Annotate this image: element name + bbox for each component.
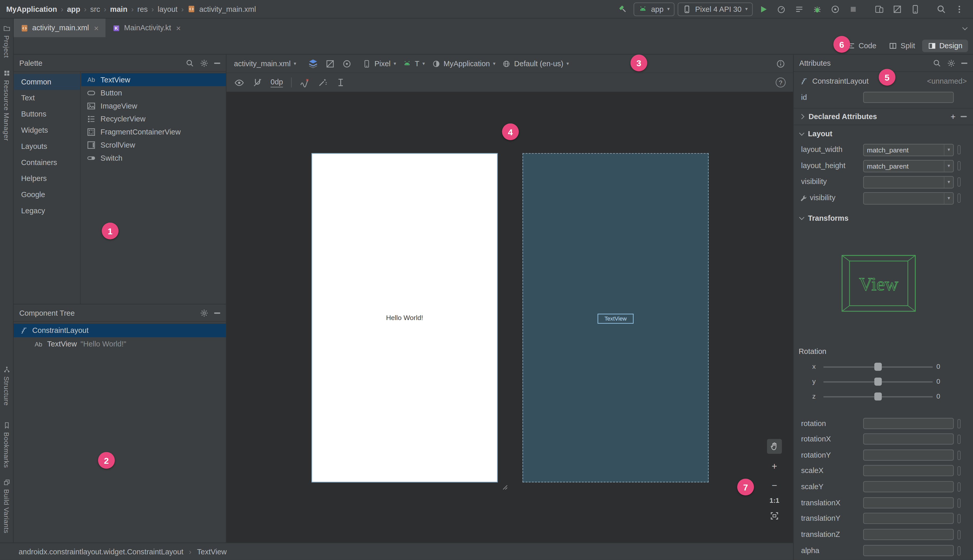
resource-flag[interactable] xyxy=(958,482,961,492)
declared-attributes-row[interactable]: Declared Attributes + xyxy=(794,109,973,124)
profile-button[interactable] xyxy=(774,2,789,17)
rotation-x-slider[interactable] xyxy=(824,367,933,368)
stop-button[interactable] xyxy=(846,2,861,17)
tool-window-build-variants[interactable]: Build Variants xyxy=(0,478,13,533)
resource-flag[interactable] xyxy=(958,161,961,170)
autoconnect-button[interactable] xyxy=(252,78,262,88)
clear-constraints-button[interactable] xyxy=(300,78,310,88)
hide-panel-icon[interactable] xyxy=(961,62,967,63)
palette-item-fragmentcontainerview[interactable]: FragmentContainerView xyxy=(81,125,226,138)
run-button[interactable] xyxy=(756,2,771,17)
layout-inspector-button[interactable] xyxy=(890,2,904,17)
resource-flag[interactable] xyxy=(958,466,961,475)
locale-select[interactable]: Default (en-us) ▾ xyxy=(502,59,569,68)
default-margin-select[interactable]: 0dp xyxy=(271,78,283,88)
translationX-input[interactable] xyxy=(863,497,954,508)
layout-file-select[interactable]: activity_main.xml ▾ xyxy=(234,59,296,68)
resize-handle[interactable] xyxy=(500,482,509,491)
ui-mode-button[interactable] xyxy=(342,58,352,68)
breadcrumb-file[interactable]: activity_main.xml xyxy=(199,5,256,13)
run-config-select[interactable]: app ▾ xyxy=(634,2,675,16)
profiler-button[interactable] xyxy=(828,2,843,17)
api-version-select[interactable]: T ▾ xyxy=(403,59,425,68)
scaleY-input[interactable] xyxy=(863,481,954,492)
mode-design-button[interactable]: Design xyxy=(922,39,968,52)
resource-flag[interactable] xyxy=(958,419,961,428)
breadcrumb-app[interactable]: app xyxy=(67,5,80,13)
debug-button[interactable] xyxy=(810,2,825,17)
palette-item-imageview[interactable]: ImageView xyxy=(81,99,226,112)
palette-item-textview[interactable]: Ab TextView xyxy=(81,73,226,86)
tool-window-resource-manager[interactable]: Resource Manager xyxy=(0,70,13,141)
design-surface-select-button[interactable] xyxy=(308,58,319,69)
resource-flag[interactable] xyxy=(958,145,961,154)
rotationX-input[interactable] xyxy=(863,433,954,445)
running-devices-button[interactable] xyxy=(908,2,923,17)
translationY-input[interactable] xyxy=(863,513,954,524)
palette-settings-button[interactable] xyxy=(200,58,209,67)
component-tree-settings-button[interactable] xyxy=(200,308,209,317)
slider-thumb[interactable] xyxy=(874,392,882,400)
palette-item-button[interactable]: Button xyxy=(81,86,226,99)
status-breadcrumb-root[interactable]: androidx.constraintlayout.widget.Constra… xyxy=(18,547,183,556)
tree-row-textview[interactable]: Ab TextView "Hello World!" xyxy=(13,337,226,351)
palette-category-containers[interactable]: Containers xyxy=(13,155,80,171)
breadcrumb-layout[interactable]: layout xyxy=(158,5,177,13)
pack-align-button[interactable] xyxy=(336,78,346,88)
slider-thumb[interactable] xyxy=(874,363,882,371)
palette-item-scrollview[interactable]: ScrollView xyxy=(81,138,226,152)
palette-item-switch[interactable]: Switch xyxy=(81,151,226,164)
add-attribute-button[interactable]: + xyxy=(951,112,956,122)
zoom-out-button[interactable]: − xyxy=(767,477,782,492)
attributes-settings-button[interactable] xyxy=(947,58,956,67)
zoom-to-fit-button[interactable] xyxy=(767,508,782,523)
tools-visibility-select[interactable]: ▾ xyxy=(863,192,954,205)
slider-thumb[interactable] xyxy=(874,378,882,385)
id-input[interactable] xyxy=(863,92,954,103)
layout-section-header[interactable]: Layout xyxy=(794,127,973,142)
transforms-section-header[interactable]: Transforms xyxy=(794,211,973,226)
close-icon[interactable]: × xyxy=(94,23,99,33)
infer-constraints-button[interactable] xyxy=(318,78,328,88)
resource-flag[interactable] xyxy=(958,435,961,444)
design-surface[interactable]: Hello World! xyxy=(312,153,498,482)
palette-category-google[interactable]: Google xyxy=(13,187,80,203)
resource-flag[interactable] xyxy=(958,177,961,187)
hidden-tabs-icon[interactable] xyxy=(962,25,967,30)
tab-activity-main-xml[interactable]: activity_main.xml × xyxy=(13,18,105,37)
attributes-search-button[interactable] xyxy=(933,58,941,67)
design-canvas[interactable]: Hello World! TextView + − 1:1 xyxy=(227,92,793,543)
resource-flag[interactable] xyxy=(958,530,961,540)
zoom-in-button[interactable]: + xyxy=(767,458,782,473)
palette-category-legacy[interactable]: Legacy xyxy=(13,203,80,219)
tool-window-structure[interactable]: Structure xyxy=(0,366,13,405)
more-actions-button[interactable] xyxy=(952,2,967,17)
rotation-z-slider[interactable] xyxy=(824,396,933,398)
palette-category-widgets[interactable]: Widgets xyxy=(13,122,80,138)
hide-panel-icon[interactable] xyxy=(214,312,220,313)
palette-category-layouts[interactable]: Layouts xyxy=(13,138,80,155)
pan-button[interactable] xyxy=(767,439,782,454)
close-icon[interactable]: × xyxy=(176,23,181,33)
visibility-select[interactable]: ▾ xyxy=(863,176,954,188)
resource-flag[interactable] xyxy=(958,514,961,523)
search-everywhere-button[interactable] xyxy=(934,2,949,17)
breadcrumb-main[interactable]: main xyxy=(110,5,127,13)
breadcrumb-res[interactable]: res xyxy=(137,5,148,13)
device-manager-button[interactable] xyxy=(872,2,887,17)
resource-flag[interactable] xyxy=(958,498,961,508)
tree-row-constraintlayout[interactable]: ConstraintLayout xyxy=(13,323,226,337)
help-button[interactable]: ? xyxy=(776,78,786,88)
palette-search-button[interactable] xyxy=(186,58,194,67)
breadcrumb-project[interactable]: MyApplication xyxy=(6,5,57,13)
layout-height-select[interactable]: match_parent ▾ xyxy=(863,160,954,172)
hello-world-text[interactable]: Hello World! xyxy=(312,313,497,321)
breadcrumb-src[interactable]: src xyxy=(90,5,100,13)
zoom-reset-button[interactable]: 1:1 xyxy=(769,497,779,504)
palette-category-helpers[interactable]: Helpers xyxy=(13,170,80,187)
resource-flag[interactable] xyxy=(958,193,961,203)
device-select[interactable]: Pixel 4 API 30 ▾ xyxy=(678,2,753,16)
tab-mainactivity-kt[interactable]: MainActivity.kt × xyxy=(105,18,188,37)
remove-attribute-button[interactable] xyxy=(961,116,967,117)
resource-flag[interactable] xyxy=(958,451,961,460)
